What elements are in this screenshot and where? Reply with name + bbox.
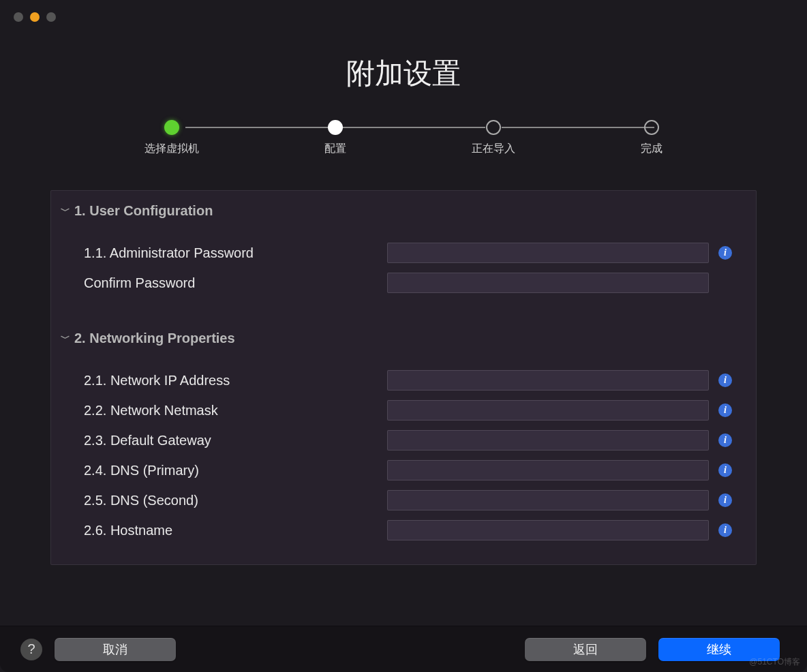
page-title: 附加设置 — [0, 55, 807, 93]
section-networking-header[interactable]: ﹀ 2. Networking Properties — [51, 318, 756, 358]
chevron-down-icon: ﹀ — [61, 205, 70, 217]
field-label: 2.2. Network Netmask — [84, 403, 387, 418]
field-label: 2.4. DNS (Primary) — [84, 463, 387, 478]
window-maximize-button[interactable] — [46, 12, 56, 22]
field-dns-second: 2.5. DNS (Second) i — [51, 485, 756, 515]
field-network-ip: 2.1. Network IP Address i — [51, 365, 756, 395]
step-label: 正在导入 — [472, 142, 515, 156]
info-icon[interactable]: i — [718, 433, 732, 447]
info-icon[interactable]: i — [718, 463, 732, 477]
field-label: Confirm Password — [84, 275, 387, 291]
field-label: 2.1. Network IP Address — [84, 373, 387, 388]
help-button[interactable]: ? — [20, 639, 42, 660]
step-label: 选择虚拟机 — [144, 142, 199, 156]
field-hostname: 2.6. Hostname i — [51, 515, 756, 545]
field-default-gateway: 2.3. Default Gateway i — [51, 425, 756, 455]
section-networking: 2.1. Network IP Address i 2.2. Network N… — [51, 358, 756, 565]
step-select-vm: 选择虚拟机 — [144, 120, 199, 156]
step-circle-icon — [164, 120, 179, 135]
dns-second-input[interactable] — [387, 490, 709, 510]
footer-bar: ? 取消 返回 继续 — [0, 626, 807, 672]
step-done: 完成 — [641, 120, 663, 156]
field-label: 2.3. Default Gateway — [84, 433, 387, 448]
step-label: 配置 — [324, 142, 346, 156]
step-configure: 配置 — [324, 120, 346, 156]
section-user-config: 1.1. Administrator Password i Confirm Pa… — [51, 231, 756, 318]
section-title: 2. Networking Properties — [74, 331, 235, 346]
chevron-down-icon: ﹀ — [61, 333, 70, 345]
confirm-password-input[interactable] — [387, 273, 709, 293]
info-icon[interactable]: i — [718, 246, 732, 260]
step-circle-icon — [328, 120, 343, 135]
step-connector — [185, 127, 338, 128]
field-label: 2.6. Hostname — [84, 523, 387, 538]
wizard-stepper: 选择虚拟机 配置 正在导入 完成 — [144, 120, 663, 156]
info-icon[interactable]: i — [718, 493, 732, 507]
window-close-button[interactable] — [14, 12, 23, 22]
info-icon[interactable]: i — [718, 523, 732, 537]
default-gateway-input[interactable] — [387, 430, 709, 450]
network-ip-input[interactable] — [387, 370, 709, 391]
step-label: 完成 — [641, 142, 663, 156]
step-importing: 正在导入 — [472, 120, 515, 156]
hostname-input[interactable] — [387, 520, 709, 540]
section-user-config-header[interactable]: ﹀ 1. User Configuration — [51, 191, 756, 231]
step-circle-icon — [644, 120, 659, 135]
settings-panel[interactable]: ﹀ 1. User Configuration 1.1. Administrat… — [50, 190, 757, 565]
back-button[interactable]: 返回 — [525, 638, 646, 661]
step-circle-icon — [486, 120, 501, 135]
window-minimize-button[interactable] — [30, 12, 40, 22]
dns-primary-input[interactable] — [387, 460, 709, 480]
field-dns-primary: 2.4. DNS (Primary) i — [51, 455, 756, 485]
field-confirm-password: Confirm Password — [51, 268, 756, 298]
watermark: @51CTO博客 — [749, 656, 800, 668]
step-connector — [502, 127, 654, 128]
field-network-netmask: 2.2. Network Netmask i — [51, 395, 756, 425]
network-netmask-input[interactable] — [387, 400, 709, 421]
section-title: 1. User Configuration — [74, 203, 213, 219]
titlebar — [0, 0, 807, 34]
step-connector — [333, 127, 485, 128]
admin-password-input[interactable] — [387, 243, 709, 263]
field-label: 1.1. Administrator Password — [84, 245, 387, 261]
info-icon[interactable]: i — [718, 403, 732, 417]
cancel-button[interactable]: 取消 — [55, 638, 176, 661]
field-label: 2.5. DNS (Second) — [84, 493, 387, 508]
info-icon[interactable]: i — [718, 373, 732, 387]
field-admin-password: 1.1. Administrator Password i — [51, 238, 756, 268]
